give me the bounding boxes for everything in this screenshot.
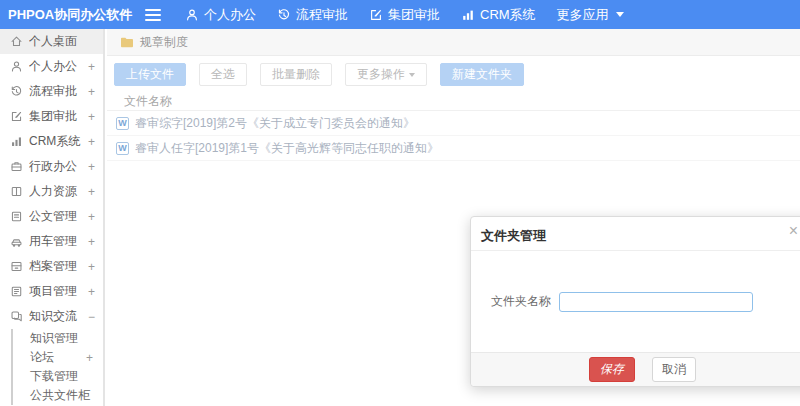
archive-icon: [10, 260, 23, 273]
breadcrumb: 规章制度: [107, 29, 800, 56]
knowledge-submenu: 知识管理 论坛 + 下载管理 公共文件柜: [11, 329, 103, 405]
sidebar-item-admin-office[interactable]: 行政办公 +: [0, 154, 103, 179]
nav-item-crm[interactable]: CRM系统: [461, 6, 536, 24]
modal-footer: 保存 取消: [471, 352, 800, 386]
user-icon: [185, 8, 199, 22]
sidebar-item-workflow-approval[interactable]: 流程审批 +: [0, 79, 103, 104]
book-icon: [10, 185, 23, 198]
breadcrumb-label: 规章制度: [140, 34, 188, 51]
expand-icon[interactable]: +: [88, 185, 95, 199]
sidebar-item-project-mgmt[interactable]: 项目管理 +: [0, 279, 103, 304]
sidebar: 个人桌面 个人办公 + 流程审批 + 集团审批 + CRM系统 + 行政办公 +…: [0, 29, 105, 406]
sidebar-item-personal-desktop[interactable]: 个人桌面: [0, 29, 103, 54]
toolbar: 上传文件 全选 批量删除 更多操作 新建文件夹: [107, 56, 800, 91]
briefcase-icon: [10, 160, 23, 173]
table-row[interactable]: W 睿审人任字[2019]第1号《关于高光辉等同志任职的通知》: [107, 136, 800, 161]
car-icon: [10, 235, 23, 248]
sidebar-subitem-public-file-cabinet[interactable]: 公共文件柜: [13, 386, 103, 405]
sidebar-subitem-forum[interactable]: 论坛 +: [13, 348, 103, 367]
modal-title: 文件夹管理: [481, 228, 546, 243]
expand-icon[interactable]: +: [88, 235, 95, 249]
nav-item-more-apps[interactable]: 更多应用: [557, 6, 624, 24]
caret-down-icon: [409, 73, 415, 77]
user-icon: [10, 60, 23, 73]
sidebar-item-crm[interactable]: CRM系统 +: [0, 129, 103, 154]
expand-icon[interactable]: +: [88, 210, 95, 224]
folder-management-dialog: 文件夹管理 × 文件夹名称 保存 取消: [470, 216, 800, 387]
more-actions-button[interactable]: 更多操作: [345, 63, 427, 86]
expand-icon[interactable]: +: [88, 110, 95, 124]
edit-square-icon: [10, 110, 23, 123]
word-doc-icon: W: [116, 142, 129, 155]
expand-icon[interactable]: +: [86, 351, 93, 365]
sidebar-item-group-approval[interactable]: 集团审批 +: [0, 104, 103, 129]
file-name-column-header: 文件名称: [107, 91, 800, 111]
chat-copy-icon: [10, 310, 23, 323]
bar-chart-icon: [10, 135, 23, 148]
expand-icon[interactable]: +: [88, 260, 95, 274]
nav-item-workflow-approval[interactable]: 流程审批: [277, 6, 348, 24]
history-icon: [277, 8, 291, 22]
sidebar-subitem-download-mgmt[interactable]: 下载管理: [13, 367, 103, 386]
project-board-icon: [10, 285, 23, 298]
new-folder-button[interactable]: 新建文件夹: [440, 63, 524, 86]
topbar: PHPOA协同办公软件 个人办公 流程审批 集团审批 CRM系统 更多应用: [0, 0, 800, 29]
file-name[interactable]: 睿审综字[2019]第2号《关于成立专门委员会的通知》: [135, 115, 415, 132]
modal-header: 文件夹管理 ×: [471, 217, 800, 251]
close-icon[interactable]: ×: [789, 223, 798, 239]
history-icon: [10, 85, 23, 98]
table-row[interactable]: W 睿审综字[2019]第2号《关于成立专门委员会的通知》: [107, 111, 800, 136]
expand-icon[interactable]: +: [88, 160, 95, 174]
expand-icon[interactable]: +: [88, 60, 95, 74]
upload-file-button[interactable]: 上传文件: [114, 63, 186, 86]
file-name[interactable]: 睿审人任字[2019]第1号《关于高光辉等同志任职的通知》: [135, 140, 439, 157]
collapse-icon[interactable]: −: [88, 310, 95, 324]
modal-body: 文件夹名称: [471, 251, 800, 352]
folder-name-input[interactable]: [559, 292, 753, 312]
bar-chart-icon: [461, 8, 475, 22]
edit-square-icon: [369, 8, 383, 22]
document-icon: [10, 210, 23, 223]
caret-down-icon: [616, 12, 624, 17]
sidebar-item-hr[interactable]: 人力资源 +: [0, 179, 103, 204]
sidebar-item-personal-office[interactable]: 个人办公 +: [0, 54, 103, 79]
expand-icon[interactable]: +: [88, 285, 95, 299]
expand-icon[interactable]: +: [88, 85, 95, 99]
word-doc-icon: W: [116, 117, 129, 130]
cancel-button[interactable]: 取消: [652, 357, 696, 382]
expand-icon[interactable]: +: [88, 135, 95, 149]
nav-item-personal-office[interactable]: 个人办公: [185, 6, 256, 24]
sidebar-item-document-mgmt[interactable]: 公文管理 +: [0, 204, 103, 229]
home-icon: [10, 35, 23, 48]
top-nav: 个人办公 流程审批 集团审批 CRM系统 更多应用: [185, 6, 645, 24]
app-logo: PHPOA协同办公软件: [0, 6, 105, 24]
select-all-button[interactable]: 全选: [199, 63, 247, 86]
sidebar-subitem-knowledge-mgmt[interactable]: 知识管理: [13, 329, 103, 348]
folder-name-label: 文件夹名称: [491, 293, 551, 310]
batch-delete-button[interactable]: 批量删除: [260, 63, 332, 86]
save-button[interactable]: 保存: [589, 357, 635, 382]
sidebar-item-archive-mgmt[interactable]: 档案管理 +: [0, 254, 103, 279]
menu-icon[interactable]: [145, 9, 161, 21]
folder-icon: [120, 36, 134, 48]
sidebar-item-vehicle-mgmt[interactable]: 用车管理 +: [0, 229, 103, 254]
file-table: 文件名称 W 睿审综字[2019]第2号《关于成立专门委员会的通知》 W 睿审人…: [107, 91, 800, 161]
sidebar-item-knowledge-exchange[interactable]: 知识交流 −: [0, 304, 103, 329]
nav-item-group-approval[interactable]: 集团审批: [369, 6, 440, 24]
